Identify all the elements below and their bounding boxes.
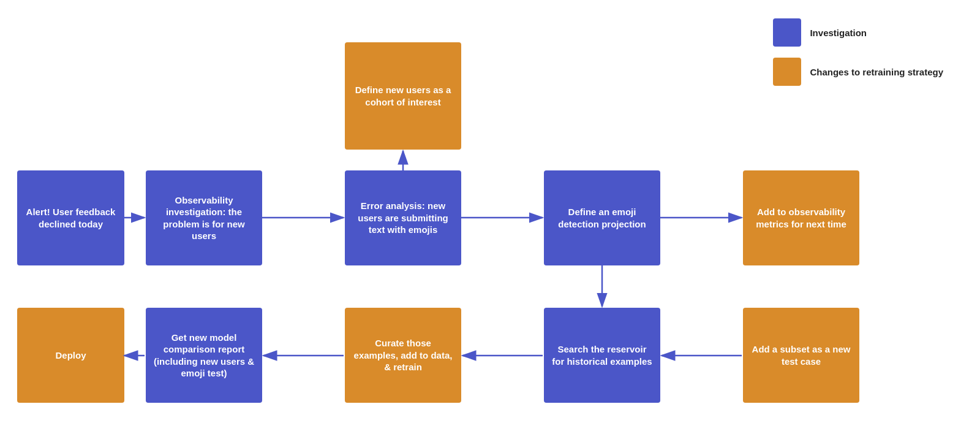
node-deploy: Deploy (17, 308, 124, 403)
node-curate: Curate those examples, add to data, & re… (345, 308, 461, 403)
legend-item-retraining: Changes to retraining strategy (773, 58, 943, 86)
legend: Investigation Changes to retraining stra… (773, 18, 943, 86)
legend-box-investigation (773, 18, 801, 47)
node-alert: Alert! User feedback declined today (17, 170, 124, 265)
legend-label-retraining: Changes to retraining strategy (810, 67, 943, 77)
node-search-reservoir: Search the reservoir for historical exam… (544, 308, 660, 403)
node-model-comparison: Get new model comparison report (includi… (146, 308, 262, 403)
legend-box-retraining (773, 58, 801, 86)
legend-label-investigation: Investigation (810, 28, 867, 38)
node-add-observability: Add to observability metrics for next ti… (743, 170, 859, 265)
node-add-test-case: Add a subset as a new test case (743, 308, 859, 403)
node-error-analysis: Error analysis: new users are submitting… (345, 170, 461, 265)
node-observability: Observability investigation: the problem… (146, 170, 262, 265)
legend-item-investigation: Investigation (773, 18, 943, 47)
diagram-container: Investigation Changes to retraining stra… (0, 0, 980, 423)
node-emoji-detection: Define an emoji detection projection (544, 170, 660, 265)
node-define-cohort: Define new users as a cohort of interest (345, 42, 461, 150)
